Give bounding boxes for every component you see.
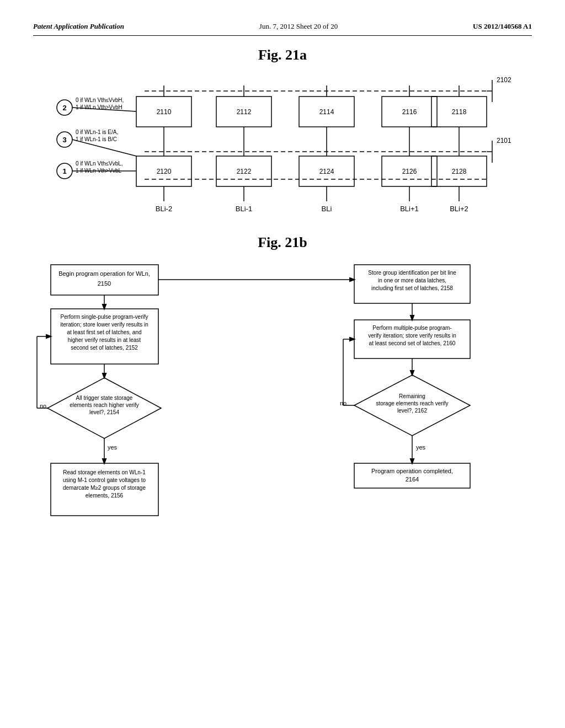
svg-text:iteration; store lower verify : iteration; store lower verify results in (60, 322, 148, 328)
svg-text:2164: 2164 (406, 476, 419, 483)
svg-text:elements reach higher verify: elements reach higher verify (70, 402, 139, 408)
fig21b-title: Fig. 21b (33, 234, 532, 251)
svg-text:0 if WLn-1 is E/A,: 0 if WLn-1 is E/A, (76, 129, 118, 135)
svg-text:1 if WLn Vth>VvbL: 1 if WLn Vth>VvbL (76, 168, 122, 174)
svg-text:Remaining: Remaining (399, 393, 425, 399)
svg-text:1 if WLn-1 is B/C: 1 if WLn-1 is B/C (76, 136, 117, 142)
header-right: US 2012/140568 A1 (473, 22, 532, 31)
header-center: Jun. 7, 2012 Sheet 20 of 20 (259, 22, 338, 31)
svg-text:2110: 2110 (157, 108, 172, 116)
svg-text:elements, 2156: elements, 2156 (86, 493, 124, 499)
svg-text:verify iteration; store verify: verify iteration; store verify results i… (368, 333, 456, 339)
svg-text:BLi+1: BLi+1 (400, 205, 419, 213)
svg-text:yes: yes (108, 444, 118, 451)
svg-text:1: 1 (62, 167, 66, 175)
page: Patent Application Publication Jun. 7, 2… (0, 0, 565, 728)
svg-text:2124: 2124 (319, 168, 334, 175)
svg-text:2: 2 (62, 104, 66, 112)
svg-text:Perform single-pulse program-v: Perform single-pulse program-verify (61, 314, 148, 320)
svg-text:Begin program operation for WL: Begin program operation for WLn, (58, 270, 150, 277)
svg-text:2150: 2150 (98, 280, 111, 287)
fig21a-diagram: 2110 2112 2114 2116 2118 2120 2122 2124 … (33, 74, 532, 229)
svg-text:Program operation completed,: Program operation completed, (371, 468, 453, 474)
svg-text:storage elements reach verify: storage elements reach verify (376, 400, 448, 406)
svg-text:2101: 2101 (497, 137, 511, 144)
svg-text:level?, 2162: level?, 2162 (397, 408, 427, 414)
svg-text:in one or more data latches,: in one or more data latches, (378, 277, 446, 283)
svg-text:Perform multiple-pulse program: Perform multiple-pulse program- (372, 325, 451, 331)
svg-text:0 if WLn Vth≤VvbH,: 0 if WLn Vth≤VvbH, (76, 97, 124, 103)
svg-text:BLi-2: BLi-2 (156, 205, 172, 213)
svg-text:at least first set of latches,: at least first set of latches, and (67, 329, 141, 335)
svg-text:yes: yes (416, 444, 426, 451)
page-header: Patent Application Publication Jun. 7, 2… (33, 22, 532, 36)
svg-text:Store group identification per: Store group identification per bit line (368, 270, 456, 276)
svg-text:3: 3 (62, 136, 66, 144)
svg-text:2118: 2118 (452, 108, 467, 116)
svg-text:level?, 2154: level?, 2154 (89, 409, 119, 415)
svg-text:using M-1 control gate voltage: using M-1 control gate voltages to (63, 477, 146, 483)
header-left: Patent Application Publication (33, 22, 124, 31)
svg-text:Read storage elements on WLn-1: Read storage elements on WLn-1 (63, 469, 146, 475)
svg-text:2102: 2102 (497, 76, 511, 84)
fig21b-diagram: Begin program operation for WLn, 2150 Pe… (33, 259, 532, 579)
svg-text:second set of latches, 2152: second set of latches, 2152 (71, 345, 138, 351)
svg-text:BLi-1: BLi-1 (236, 205, 252, 213)
svg-text:2126: 2126 (402, 168, 417, 175)
svg-text:2128: 2128 (452, 168, 467, 175)
svg-text:at least second set of latches: at least second set of latches, 2160 (369, 340, 456, 346)
svg-text:BLi+2: BLi+2 (450, 205, 468, 213)
svg-text:including first set of latches: including first set of latches, 2158 (371, 285, 453, 291)
svg-text:All trigger state storage: All trigger state storage (76, 395, 133, 401)
svg-text:2122: 2122 (237, 168, 252, 175)
svg-text:demarcate M≥2 groups of storag: demarcate M≥2 groups of storage (63, 485, 146, 491)
svg-text:2116: 2116 (402, 108, 417, 116)
fig21a-title: Fig. 21a (33, 47, 532, 63)
svg-marker-75 (47, 378, 161, 438)
svg-text:0 if WLn Vth≤VvbL,: 0 if WLn Vth≤VvbL, (76, 160, 123, 167)
svg-text:2120: 2120 (157, 168, 172, 175)
svg-text:higher verify results in at le: higher verify results in at least (68, 337, 141, 343)
svg-text:2112: 2112 (237, 108, 252, 116)
svg-text:BLi: BLi (322, 205, 332, 213)
svg-text:1 if WLn Vth>VvbH: 1 if WLn Vth>VvbH (76, 104, 122, 110)
svg-text:2114: 2114 (319, 108, 334, 116)
